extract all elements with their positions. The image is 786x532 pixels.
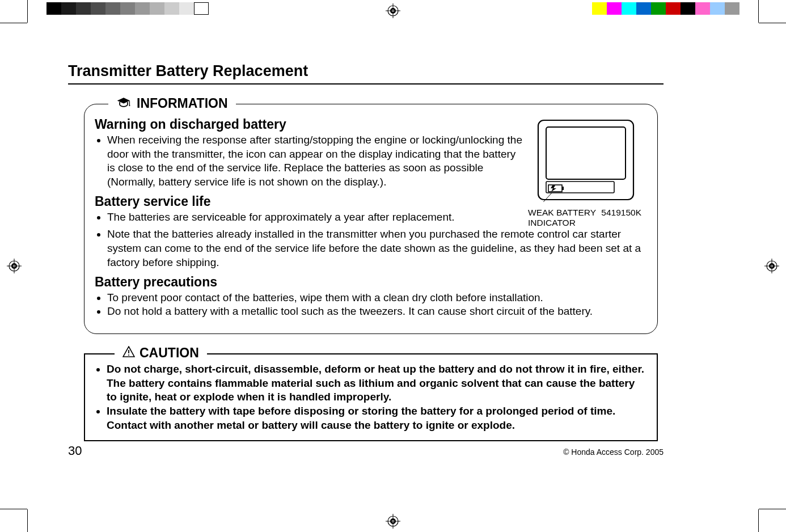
registration-mark-icon — [386, 514, 400, 529]
svg-rect-26 — [562, 187, 564, 190]
information-tab: INFORMATION — [108, 96, 236, 111]
crop-mark — [0, 509, 27, 509]
section-heading: Battery service life — [95, 194, 522, 209]
color-bar-process — [592, 2, 739, 15]
page-content: Transmitter Battery Replacement INFORMAT… — [68, 62, 664, 441]
crop-mark — [0, 23, 27, 23]
copyright-text: © Honda Access Corp. 2005 — [563, 447, 664, 457]
crop-mark — [758, 509, 759, 532]
figure-reference: 5419150K — [601, 208, 647, 228]
svg-rect-24 — [546, 181, 614, 193]
bullet-item: Insulate the battery with tape before di… — [107, 404, 648, 432]
bullet-item: The batteries are serviceable for approx… — [107, 210, 522, 225]
svg-point-30 — [128, 354, 129, 356]
registration-mark-icon — [764, 259, 779, 273]
graduation-cap-icon — [116, 96, 131, 111]
svg-point-21 — [129, 105, 130, 106]
information-box: INFORMATION Warning on discharged batter… — [84, 104, 658, 334]
bullet-item: When receiving the response after starti… — [107, 133, 522, 189]
registration-mark-icon — [7, 259, 22, 273]
figure-callout: WEAK BATTERY INDICATOR — [528, 208, 596, 228]
crop-mark — [758, 0, 759, 23]
svg-rect-23 — [546, 127, 626, 179]
section-heading: Warning on discharged battery — [95, 117, 522, 132]
weak-battery-figure: WEAK BATTERY INDICATOR 5419150K — [528, 116, 647, 229]
bullet-item: Do not hold a battery with a metallic to… — [107, 305, 647, 319]
svg-marker-27 — [551, 185, 556, 192]
page-title: Transmitter Battery Replacement — [68, 62, 664, 80]
crop-mark — [27, 0, 28, 23]
bullet-item: Note that the batteries already installe… — [107, 227, 647, 269]
caution-box: CAUTION Do not charge, short-circuit, di… — [84, 353, 658, 441]
color-bar-grayscale — [47, 2, 209, 15]
crop-mark — [759, 509, 786, 509]
caution-label: CAUTION — [140, 345, 199, 361]
registration-mark-icon — [386, 3, 400, 18]
title-rule — [68, 83, 664, 85]
bullet-item: Do not charge, short-circuit, disassembl… — [107, 362, 648, 404]
page-footer: 30 © Honda Access Corp. 2005 — [68, 444, 664, 458]
bullet-item: To prevent poor contact of the batteries… — [107, 291, 647, 305]
warning-triangle-icon — [122, 345, 135, 361]
caution-tab: CAUTION — [115, 345, 207, 361]
page-number: 30 — [68, 444, 82, 458]
crop-mark — [27, 509, 28, 532]
section-heading: Battery precautions — [95, 275, 647, 290]
transmitter-illustration-icon — [534, 117, 639, 202]
crop-mark — [759, 23, 786, 23]
information-label: INFORMATION — [137, 96, 228, 111]
svg-line-28 — [539, 193, 552, 202]
